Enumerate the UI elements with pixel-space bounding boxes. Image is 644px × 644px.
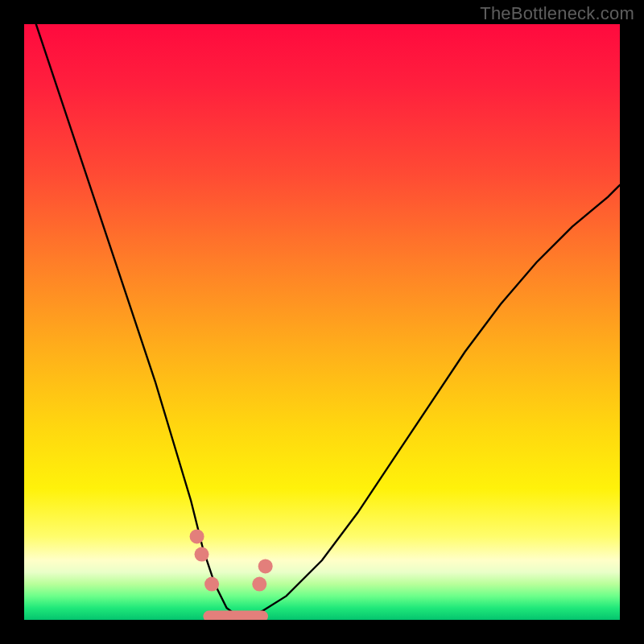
chart-frame: TheBottleneck.com xyxy=(0,0,644,644)
chart-svg xyxy=(24,24,620,620)
marker-dot xyxy=(190,529,204,543)
marker-dot xyxy=(252,577,266,592)
main-curve-path xyxy=(36,24,620,617)
marker-dot xyxy=(258,559,273,573)
plot-area xyxy=(24,24,620,620)
marker-dot xyxy=(195,547,209,562)
marker-group xyxy=(190,529,273,591)
watermark-text: TheBottleneck.com xyxy=(480,3,634,24)
marker-dot xyxy=(204,577,219,592)
